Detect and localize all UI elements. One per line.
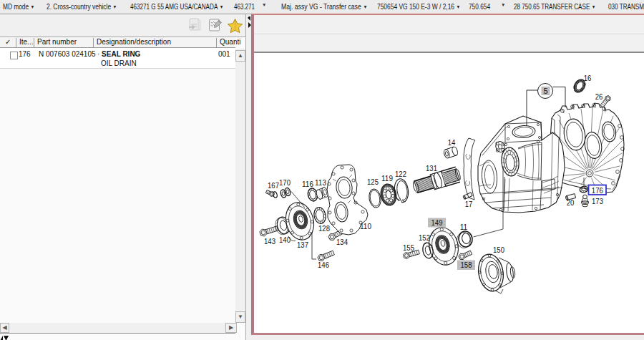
svg-text:149: 149 [431,218,443,227]
svg-text:167: 167 [268,181,279,190]
svg-text:14: 14 [448,138,456,147]
svg-text:140: 140 [279,235,291,244]
svg-text:150: 150 [493,246,504,254]
svg-text:137: 137 [297,241,308,249]
svg-text:119: 119 [381,174,393,183]
svg-text:173: 173 [592,197,603,205]
svg-text:116: 116 [302,180,313,188]
svg-text:128: 128 [318,224,330,233]
svg-text:125: 125 [367,178,379,186]
svg-text:122: 122 [395,170,406,178]
svg-text:143: 143 [264,237,275,246]
svg-text:146: 146 [318,261,329,269]
svg-text:113: 113 [315,178,326,187]
svg-text:16: 16 [584,74,592,82]
svg-text:131: 131 [426,164,437,173]
svg-text:155: 155 [403,243,414,252]
svg-text:170: 170 [279,178,291,187]
svg-text:152: 152 [419,233,430,242]
svg-text:134: 134 [336,238,348,246]
svg-text:17: 17 [465,200,473,208]
svg-text:11: 11 [460,223,468,231]
svg-text:158: 158 [461,261,472,269]
svg-text:26: 26 [595,92,603,101]
svg-text:20: 20 [567,198,575,207]
svg-text:176: 176 [592,186,603,195]
svg-text:5: 5 [543,87,547,95]
svg-text:110: 110 [360,222,371,230]
